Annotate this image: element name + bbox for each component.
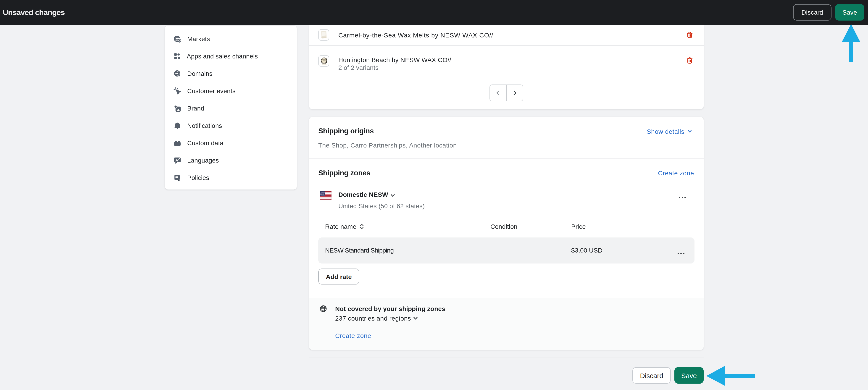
svg-text:A: A xyxy=(175,158,178,162)
svg-text:$: $ xyxy=(178,37,181,43)
